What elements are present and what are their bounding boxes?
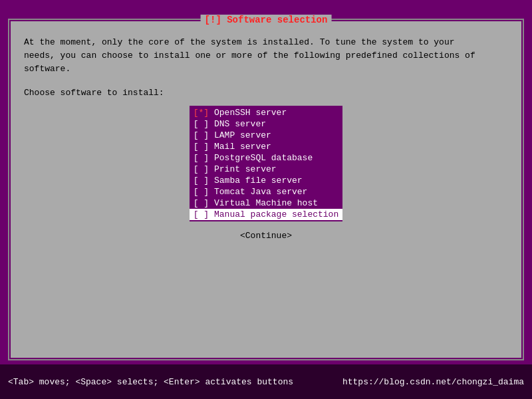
checkbox-samba: [ ] — [194, 176, 209, 186]
dialog-title: [!] Software selection — [205, 15, 328, 25]
checkbox-print: [ ] — [194, 164, 209, 174]
checkbox-openssh: [*] — [194, 108, 209, 118]
checkbox-lamp: [ ] — [194, 130, 209, 140]
checkbox-mail: [ ] — [194, 142, 209, 152]
checkbox-postgresql: [ ] — [194, 153, 209, 163]
checkbox-tomcat: [ ] — [194, 187, 209, 197]
description-text: At the moment, only the core of the syst… — [24, 36, 508, 76]
list-item-virtual[interactable]: [ ] Virtual Machine host — [190, 198, 342, 209]
list-item-postgresql[interactable]: [ ] PostgreSQL database — [190, 152, 342, 164]
list-item-dns[interactable]: [ ] DNS server — [190, 118, 342, 130]
checkbox-virtual: [ ] — [194, 198, 209, 208]
list-item-samba[interactable]: [ ] Samba file server — [190, 175, 342, 186]
list-item-tomcat[interactable]: [ ] Tomcat Java server — [190, 186, 342, 198]
choose-label: Choose software to install: — [24, 88, 508, 98]
url-label: https://blog.csdn.net/chongzi_daima — [342, 377, 524, 387]
list-item-mail[interactable]: [ ] Mail server — [190, 141, 342, 152]
keybindings-label: <Tab> moves; <Space> selects; <Enter> ac… — [8, 377, 293, 387]
checkbox-dns: [ ] — [194, 119, 209, 129]
continue-button[interactable]: <Continue> — [235, 229, 297, 242]
list-item-manual[interactable]: [ ] Manual package selection — [190, 209, 342, 220]
list-item-lamp[interactable]: [ ] LAMP server — [190, 130, 342, 141]
checkbox-manual: [ ] — [194, 209, 209, 219]
list-item-print[interactable]: [ ] Print server — [190, 164, 342, 175]
software-list: [*] OpenSSH server [ ] DNS server [ ] LA… — [190, 106, 342, 221]
list-item-openssh[interactable]: [*] OpenSSH server — [190, 107, 342, 118]
